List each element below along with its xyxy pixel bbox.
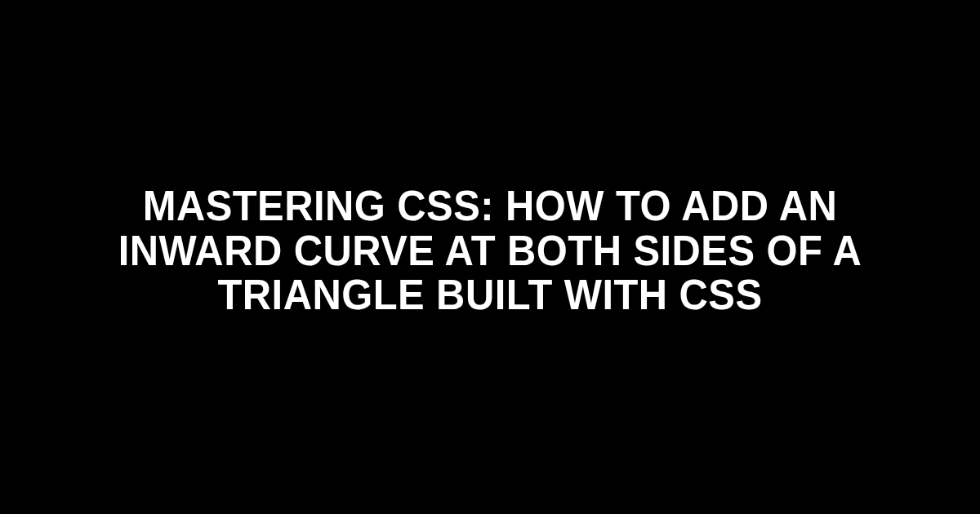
page-headline: Mastering CSS: How to Add an Inward Curv…	[68, 184, 912, 317]
